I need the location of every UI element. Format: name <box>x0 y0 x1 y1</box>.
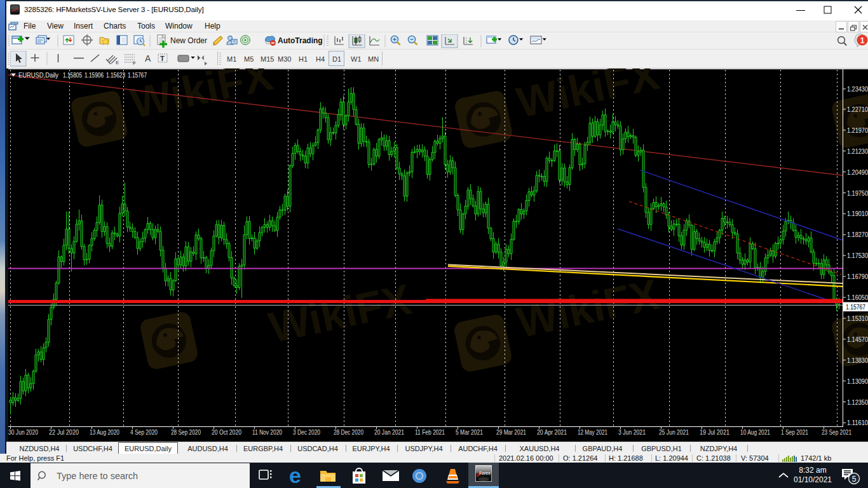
svg-text:1.15767: 1.15767 <box>846 303 865 311</box>
svg-text:A: A <box>145 53 151 64</box>
svg-text:1.18270: 1.18270 <box>847 231 868 238</box>
svg-text:4 Sep 2020: 4 Sep 2020 <box>130 428 158 436</box>
svg-text:22 Jul 2020: 22 Jul 2020 <box>49 428 79 436</box>
svg-text:23 Sep 2021: 23 Sep 2021 <box>822 428 851 436</box>
svg-text:30 Jun 2020: 30 Jun 2020 <box>8 428 38 436</box>
svg-text:11 Feb 2021: 11 Feb 2021 <box>415 428 445 436</box>
svg-text:13 Aug 2020: 13 Aug 2020 <box>90 428 119 436</box>
svg-text:1.19010: 1.19010 <box>847 210 868 217</box>
svg-text:1.15310: 1.15310 <box>847 315 868 322</box>
svg-text:E: E <box>116 60 119 65</box>
svg-text:20 Apr 2021: 20 Apr 2021 <box>537 428 567 436</box>
svg-text:1.14570: 1.14570 <box>847 336 868 343</box>
svg-text:5 Mar 2021: 5 Mar 2021 <box>456 428 483 436</box>
svg-text:1.17530: 1.17530 <box>847 252 868 259</box>
svg-text:New Order: New Order <box>170 36 207 45</box>
svg-text:1.16790: 1.16790 <box>847 273 868 280</box>
svg-text:19 Jul 2021: 19 Jul 2021 <box>700 428 729 436</box>
svg-text:3 Jun 2021: 3 Jun 2021 <box>618 428 646 436</box>
svg-text:1.16050: 1.16050 <box>847 294 868 301</box>
svg-text:28 Dec 2020: 28 Dec 2020 <box>334 428 363 436</box>
svg-text:T: T <box>160 55 165 62</box>
svg-text:1.23430: 1.23430 <box>847 85 868 93</box>
svg-text:1 Sep 2021: 1 Sep 2021 <box>781 428 808 436</box>
svg-text:AutoTrading: AutoTrading <box>278 36 323 45</box>
svg-text:1.13830: 1.13830 <box>847 356 868 364</box>
svg-text:1.15805: 1.15805 <box>63 71 82 79</box>
svg-text:12 May 2021: 12 May 2021 <box>578 428 607 436</box>
svg-text:3 Dec 2020: 3 Dec 2020 <box>293 428 320 436</box>
svg-text:1.11610: 1.11610 <box>847 419 868 426</box>
svg-text:20 Oct 2020: 20 Oct 2020 <box>212 428 241 436</box>
svg-text:5: 5 <box>852 475 857 484</box>
svg-text:F: F <box>133 60 136 66</box>
svg-text:28 Sep 2020: 28 Sep 2020 <box>171 428 201 436</box>
svg-text:1.19750: 1.19750 <box>847 189 868 197</box>
svg-text:Forex: Forex <box>479 471 491 475</box>
svg-text:11 Nov 2020: 11 Nov 2020 <box>252 428 282 436</box>
svg-text:25 Jun 2021: 25 Jun 2021 <box>659 428 689 436</box>
svg-text:EURUSD,Daily: EURUSD,Daily <box>18 71 59 79</box>
svg-text:29 Mar 2021: 29 Mar 2021 <box>496 428 526 436</box>
svg-text:10 Aug 2021: 10 Aug 2021 <box>740 428 770 436</box>
svg-text:1.15623: 1.15623 <box>106 71 125 79</box>
svg-text:1.15767: 1.15767 <box>128 71 147 79</box>
svg-text:20 Jan 2021: 20 Jan 2021 <box>374 428 404 436</box>
svg-text:1.20490: 1.20490 <box>847 168 868 176</box>
svg-text:1: 1 <box>860 36 865 45</box>
svg-text:1.21970: 1.21970 <box>847 126 868 134</box>
svg-text:1.22710: 1.22710 <box>847 105 868 113</box>
svg-text:1.21230: 1.21230 <box>847 147 868 155</box>
svg-text:1.13090: 1.13090 <box>847 377 868 385</box>
svg-text:1.15906: 1.15906 <box>85 71 104 79</box>
svg-text:1.12350: 1.12350 <box>847 398 868 406</box>
